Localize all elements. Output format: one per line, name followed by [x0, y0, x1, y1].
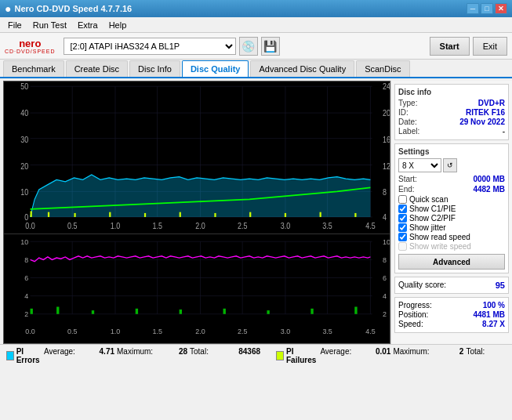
tab-create-disc[interactable]: Create Disc	[66, 60, 128, 77]
svg-text:4.5: 4.5	[365, 221, 375, 230]
pi-failures-avg: Average: 0.01	[320, 347, 390, 356]
settings-section: Settings 8 X ↺ Start: 0000 MB End: 4482 …	[394, 143, 509, 273]
menu-file[interactable]: File	[3, 19, 27, 31]
svg-rect-74	[92, 310, 94, 314]
disc-id-row: ID: RITEK F16	[398, 108, 505, 117]
svg-rect-79	[310, 309, 313, 314]
svg-text:20: 20	[383, 108, 390, 118]
show-c1-pie-checkbox[interactable]	[398, 205, 407, 213]
pi-errors-legend: PI Errors Average: 4.71 Maximum: 28 Tota…	[6, 347, 260, 366]
quality-score-label: Quality score:	[398, 281, 446, 290]
svg-marker-27	[31, 175, 371, 217]
svg-text:8: 8	[24, 256, 28, 264]
progress-row: Progress: 100 %	[398, 301, 505, 310]
svg-text:4: 4	[24, 292, 28, 300]
close-button[interactable]: ✕	[495, 3, 507, 14]
svg-rect-34	[214, 213, 216, 217]
position-label: Position:	[398, 310, 428, 319]
svg-text:2: 2	[383, 310, 387, 318]
start-button[interactable]: Start	[430, 37, 470, 56]
advanced-button[interactable]: Advanced	[398, 254, 505, 270]
show-c2-pif-row: Show C2/PIF	[398, 214, 505, 223]
svg-rect-29	[48, 212, 49, 217]
show-jitter-checkbox[interactable]	[398, 223, 407, 232]
quick-scan-checkbox[interactable]	[398, 195, 407, 204]
svg-text:0.0: 0.0	[25, 221, 34, 230]
disc-type-value: DVD+R	[478, 99, 505, 107]
tab-benchmark[interactable]: Benchmark	[3, 60, 64, 77]
show-jitter-row: Show jitter	[398, 223, 505, 232]
pi-failures-total: Total: 900	[466, 347, 512, 356]
svg-text:2.0: 2.0	[195, 328, 205, 335]
disc-info-section: Disc info Type: DVD+R ID: RITEK F16 Date…	[394, 84, 509, 140]
menu-run-test[interactable]: Run Test	[28, 19, 71, 31]
pi-failures-max: Maximum: 2	[393, 347, 463, 356]
disc-type-row: Type: DVD+R	[398, 99, 505, 107]
legend-area: PI Errors Average: 4.71 Maximum: 28 Tota…	[0, 344, 512, 368]
disc-label-value: -	[503, 127, 505, 136]
svg-text:8: 8	[383, 256, 387, 264]
title-bar: ● Nero CD-DVD Speed 4.7.7.16 ─ □ ✕	[0, 0, 512, 17]
svg-text:20: 20	[20, 161, 28, 171]
svg-rect-37	[320, 212, 321, 217]
svg-rect-38	[354, 213, 356, 217]
show-c2-pif-label: Show C2/PIF	[409, 214, 456, 223]
svg-text:3.0: 3.0	[281, 221, 290, 230]
svg-text:3.5: 3.5	[322, 221, 332, 230]
tab-disc-info[interactable]: Disc Info	[129, 60, 180, 77]
show-c2-pif-checkbox[interactable]	[398, 214, 407, 223]
menu-extra[interactable]: Extra	[73, 19, 103, 31]
svg-text:2.5: 2.5	[238, 221, 247, 230]
disc-id-label: ID:	[398, 108, 409, 117]
show-write-speed-checkbox[interactable]	[398, 242, 407, 251]
save-icon-button[interactable]: 💾	[261, 37, 280, 56]
svg-rect-77	[223, 309, 226, 314]
svg-text:8: 8	[383, 188, 387, 197]
svg-rect-72	[31, 309, 33, 314]
menu-help[interactable]: Help	[104, 19, 132, 31]
speed-selector[interactable]: 8 X	[398, 158, 441, 172]
side-panel: Disc info Type: DVD+R ID: RITEK F16 Date…	[390, 81, 512, 344]
svg-text:30: 30	[20, 135, 28, 144]
disc-id-value: RITEK F16	[466, 108, 505, 117]
svg-text:0.5: 0.5	[67, 221, 77, 230]
app-logo: nero CD·DVD/SPEED	[5, 38, 56, 54]
disk-icon-button[interactable]: 💿	[239, 37, 258, 56]
speed-row: Speed: 8.27 X	[398, 320, 505, 328]
svg-text:2: 2	[24, 310, 28, 318]
svg-text:1.0: 1.0	[111, 221, 120, 230]
menu-bar: File Run Test Extra Help	[0, 17, 512, 33]
tab-disc-quality[interactable]: Disc Quality	[182, 60, 249, 77]
drive-selector[interactable]: [2:0] ATAPI iHAS324 A BL1P	[64, 38, 236, 55]
pi-failures-legend: PI Failures Average: 0.01 Maximum: 2 Tot…	[276, 347, 512, 366]
svg-text:50: 50	[20, 82, 28, 92]
top-chart-svg: 50 40 30 20 10 0 24 20 16 12 8 4	[4, 81, 390, 234]
disc-date-row: Date: 29 Nov 2022	[398, 118, 505, 126]
svg-rect-48	[4, 234, 390, 343]
disc-label-row: Label: -	[398, 127, 505, 136]
pi-errors-max: Maximum: 28	[117, 347, 187, 356]
svg-rect-78	[267, 310, 269, 314]
disc-date-label: Date:	[398, 118, 417, 126]
minimize-button[interactable]: ─	[467, 3, 479, 14]
svg-rect-80	[354, 307, 357, 314]
show-read-speed-checkbox[interactable]	[398, 233, 407, 241]
window-title: Nero CD-DVD Speed 4.7.7.16	[14, 4, 132, 13]
tab-advanced-disc-quality[interactable]: Advanced Disc Quality	[250, 60, 354, 77]
svg-text:12: 12	[383, 161, 390, 171]
quality-score-value: 95	[496, 281, 505, 290]
end-label: End:	[398, 185, 415, 194]
svg-text:1.5: 1.5	[152, 221, 162, 230]
maximize-button[interactable]: □	[481, 3, 493, 14]
svg-text:3.5: 3.5	[322, 328, 332, 335]
exit-button[interactable]: Exit	[473, 37, 507, 56]
svg-rect-33	[180, 212, 181, 217]
show-c1-pie-row: Show C1/PIE	[398, 205, 505, 213]
show-c1-pie-label: Show C1/PIE	[409, 205, 456, 213]
pi-failures-title: PI Failures	[286, 347, 318, 364]
speed-icon-button[interactable]: ↺	[443, 158, 457, 172]
progress-value: 100 %	[483, 301, 505, 310]
pi-errors-avg: Average: 4.71	[44, 347, 114, 356]
speed-label: Speed:	[398, 320, 423, 328]
tab-scan-disc[interactable]: ScanDisc	[356, 60, 409, 77]
